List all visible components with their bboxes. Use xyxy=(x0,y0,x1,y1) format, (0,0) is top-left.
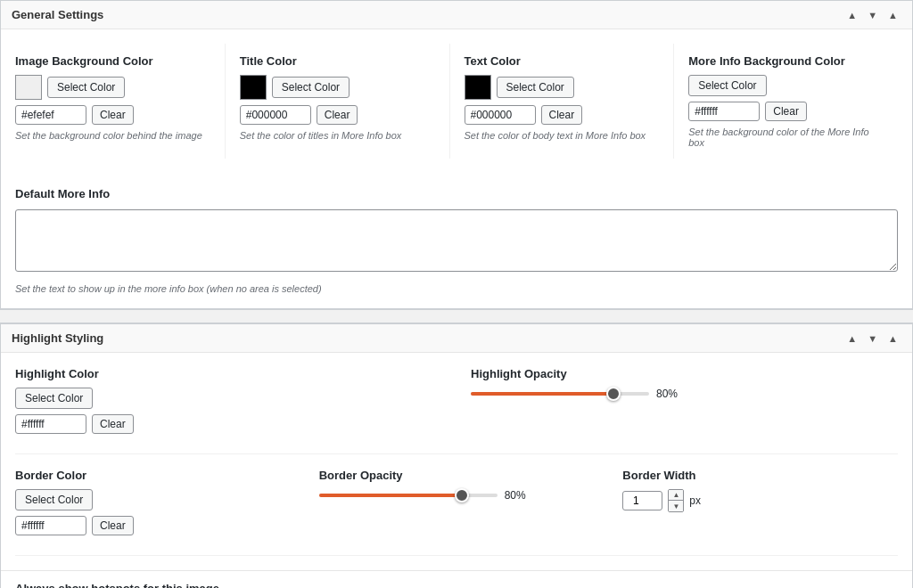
default-more-info-label: Default More Info xyxy=(15,187,898,200)
default-more-info-textarea[interactable] xyxy=(15,209,898,272)
general-settings-controls: ▲ ▼ ▲ xyxy=(843,9,901,21)
border-color-hex-input[interactable] xyxy=(15,516,86,535)
border-opacity-slider-container: 80% xyxy=(319,489,595,502)
highlight-opacity-track[interactable] xyxy=(471,392,649,396)
image-bg-color-swatch xyxy=(15,75,42,100)
highlight-opacity-slider-container: 80% xyxy=(471,388,898,400)
more-info-bg-color-field: More Info Background Color Select Color … xyxy=(688,44,898,159)
always-show-hotspots-section: Always show hotspots for this image The … xyxy=(1,570,912,588)
highlight-color-col: Highlight Color Select Color Clear xyxy=(15,367,471,439)
border-width-spinners: ▲ ▼ xyxy=(668,489,684,512)
image-bg-color-label: Image Background Color xyxy=(15,54,210,68)
border-color-hex-clear-row: Clear xyxy=(15,516,291,535)
highlight-styling-panel: Highlight Styling ▲ ▼ ▲ Highlight Color … xyxy=(0,323,913,588)
title-color-clear-button[interactable]: Clear xyxy=(317,105,358,125)
highlight-styling-title: Highlight Styling xyxy=(12,331,103,345)
highlight-styling-controls: ▲ ▼ ▲ xyxy=(843,332,901,345)
border-opacity-value: 80% xyxy=(505,489,531,502)
text-color-clear-button[interactable]: Clear xyxy=(541,105,583,125)
highlight-color-label: Highlight Color xyxy=(15,367,442,380)
border-opacity-col: Border Opacity 80% xyxy=(319,469,623,541)
title-color-label: Title Color xyxy=(240,54,435,68)
expand-icon[interactable]: ▲ xyxy=(884,9,901,21)
image-bg-color-btn-row: Select Color xyxy=(15,75,210,100)
image-bg-hint: Set the background color behind the imag… xyxy=(15,130,210,141)
highlight-color-select-button[interactable]: Select Color xyxy=(15,388,93,409)
highlight-color-opacity-row: Highlight Color Select Color Clear Highl… xyxy=(15,367,898,454)
image-bg-color-field: Image Background Color Select Color Clea… xyxy=(15,44,226,159)
border-opacity-thumb[interactable] xyxy=(455,488,469,502)
highlight-body: Highlight Color Select Color Clear Highl… xyxy=(1,353,912,570)
text-color-btn-row: Select Color xyxy=(465,75,660,100)
image-bg-hex-clear-row: Clear xyxy=(15,105,210,125)
text-color-hex-input[interactable] xyxy=(465,105,536,125)
highlight-opacity-fill xyxy=(471,392,613,396)
image-bg-select-color-button[interactable]: Select Color xyxy=(47,77,125,98)
collapse-down-icon[interactable]: ▼ xyxy=(864,9,881,21)
general-settings-body: Image Background Color Select Color Clea… xyxy=(1,29,912,173)
title-color-hex-clear-row: Clear xyxy=(240,105,435,125)
border-width-up-button[interactable]: ▲ xyxy=(669,490,683,501)
highlight-color-hex-clear-row: Clear xyxy=(15,414,442,434)
always-show-hotspots-label: Always show hotspots for this image xyxy=(15,582,219,588)
border-width-col: Border Width ▲ ▼ px xyxy=(622,469,898,541)
highlight-opacity-label: Highlight Opacity xyxy=(471,367,898,380)
always-show-hotspots-label-row: Always show hotspots for this image xyxy=(15,582,898,588)
more-info-bg-hex-input[interactable] xyxy=(688,102,760,121)
title-color-btn-row: Select Color xyxy=(240,75,435,100)
title-color-hint: Set the color of titles in More Info box xyxy=(240,130,435,141)
border-color-clear-button[interactable]: Clear xyxy=(92,516,134,535)
border-color-select-button[interactable]: Select Color xyxy=(15,489,93,510)
border-color-btn-row: Select Color xyxy=(15,489,291,510)
hs-collapse-down-icon[interactable]: ▼ xyxy=(864,332,881,345)
image-bg-clear-button[interactable]: Clear xyxy=(92,105,134,125)
more-info-bg-clear-button[interactable]: Clear xyxy=(765,102,807,121)
more-info-bg-hint: Set the background color of the More Inf… xyxy=(688,127,884,148)
border-opacity-label: Border Opacity xyxy=(319,469,595,482)
highlight-color-clear-button[interactable]: Clear xyxy=(92,414,134,434)
border-width-unit: px xyxy=(689,494,701,507)
image-bg-hex-input[interactable] xyxy=(15,105,86,125)
text-color-hex-clear-row: Clear xyxy=(465,105,660,125)
border-opacity-track[interactable] xyxy=(319,494,498,497)
title-select-color-button[interactable]: Select Color xyxy=(272,77,350,98)
title-color-hex-input[interactable] xyxy=(240,105,311,125)
general-settings-header: General Settings ▲ ▼ ▲ xyxy=(1,1,912,29)
general-settings-title: General Settings xyxy=(12,8,103,21)
text-select-color-button[interactable]: Select Color xyxy=(497,77,574,98)
section-divider xyxy=(0,309,913,323)
more-info-bg-hex-clear-row: Clear xyxy=(688,102,884,121)
text-color-swatch xyxy=(465,75,491,100)
highlight-opacity-thumb[interactable] xyxy=(606,387,621,401)
text-color-field: Text Color Select Color Clear Set the co… xyxy=(465,44,675,159)
border-color-col: Border Color Select Color Clear xyxy=(15,469,319,541)
border-color-label: Border Color xyxy=(15,469,291,482)
more-info-bg-label: More Info Background Color xyxy=(688,54,884,68)
more-info-bg-btn-row: Select Color xyxy=(688,75,884,96)
title-color-field: Title Color Select Color Clear Set the c… xyxy=(240,44,450,159)
highlight-opacity-value: 80% xyxy=(656,388,683,400)
collapse-up-icon[interactable]: ▲ xyxy=(843,9,860,21)
general-settings-panel: General Settings ▲ ▼ ▲ Image Background … xyxy=(0,0,913,309)
border-width-down-button[interactable]: ▼ xyxy=(669,501,683,511)
hs-expand-icon[interactable]: ▲ xyxy=(884,332,901,345)
always-show-hotspots-row: Always show hotspots for this image The … xyxy=(15,582,898,588)
border-width-label: Border Width xyxy=(622,469,898,482)
border-width-input[interactable] xyxy=(622,491,662,510)
border-row: Border Color Select Color Clear Border O… xyxy=(15,469,898,556)
highlight-styling-header: Highlight Styling ▲ ▼ ▲ xyxy=(1,324,912,353)
highlight-opacity-col: Highlight Opacity 80% xyxy=(471,367,898,439)
text-color-hint: Set the color of body text in More Info … xyxy=(465,130,660,141)
default-more-info-section: Default More Info Set the text to show u… xyxy=(1,173,912,308)
border-width-input-row: ▲ ▼ px xyxy=(622,489,898,512)
color-fields-row: Image Background Color Select Color Clea… xyxy=(15,44,898,159)
hs-collapse-up-icon[interactable]: ▲ xyxy=(843,332,860,345)
default-more-info-hint: Set the text to show up in the more info… xyxy=(15,283,898,294)
highlight-color-btn-row: Select Color xyxy=(15,388,442,409)
highlight-color-hex-input[interactable] xyxy=(15,414,86,434)
border-opacity-fill xyxy=(319,494,462,497)
text-color-label: Text Color xyxy=(465,54,660,68)
title-color-swatch xyxy=(240,75,267,100)
more-info-bg-select-color-button[interactable]: Select Color xyxy=(688,75,766,96)
